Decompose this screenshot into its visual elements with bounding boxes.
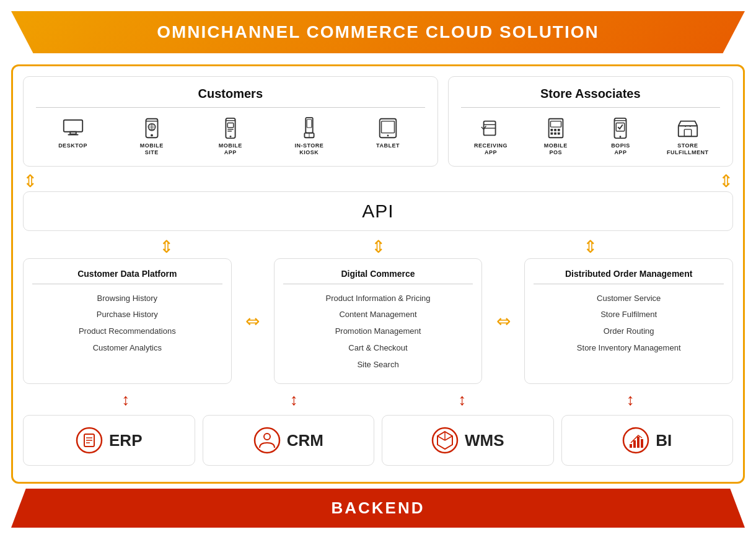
dom-item-4: Store Inventory Management	[534, 340, 724, 357]
svg-rect-9	[226, 118, 235, 138]
device-bopis-label: BOPISAPP	[611, 142, 630, 156]
systems-row: ERP CRM WMS	[23, 415, 733, 466]
device-receiving-label: RECEIVINGAPP	[474, 142, 508, 156]
dc-item-5: Site Search	[283, 357, 473, 373]
device-mobile-app-label: MOBILEAPP	[219, 142, 242, 156]
svg-point-4	[151, 134, 153, 137]
device-mobile-site-label: MOBILESITE	[140, 142, 164, 156]
desktop-icon	[61, 116, 85, 140]
system-crm: CRM	[203, 415, 375, 466]
svg-rect-54	[641, 439, 643, 448]
top-banner-title: OMNICHANNEL COMMERCE CLOUD SOLUTION	[157, 22, 599, 41]
red-arrow-erp: ↕	[121, 391, 130, 408]
main-container: Customers DESKTOP	[11, 64, 745, 484]
svg-rect-28	[550, 133, 553, 135]
tablet-icon	[376, 116, 400, 140]
backend-banner: BACKEND	[11, 489, 745, 528]
svg-rect-30	[558, 133, 560, 135]
device-receiving: RECEIVINGAPP	[472, 116, 509, 156]
arrow-row-1: ⇕ ⇕	[23, 173, 733, 190]
mpos-icon	[544, 116, 568, 140]
svg-line-48	[437, 436, 445, 440]
dom-card: Distributed Order Management Customer Se…	[524, 258, 733, 384]
arrow-row-2: ⇕ ⇕ ⇕	[23, 237, 733, 257]
arrow-store-down: ⇕	[719, 173, 733, 190]
h-arrow-left: ⇔	[245, 311, 260, 331]
crm-label: CRM	[287, 431, 323, 450]
system-bi: BI	[561, 415, 734, 466]
svg-rect-20	[382, 121, 395, 133]
svg-rect-52	[633, 440, 636, 448]
dom-item-3: Order Routing	[534, 323, 724, 340]
svg-rect-35	[679, 126, 697, 136]
cdp-item-2: Purchase History	[32, 307, 222, 323]
kiosk-icon	[297, 116, 321, 140]
system-erp: ERP	[23, 415, 195, 466]
svg-rect-12	[227, 123, 234, 128]
svg-rect-2	[68, 134, 78, 136]
customers-card: Customers DESKTOP	[23, 76, 438, 167]
dc-card: Digital Commerce Product Information & P…	[274, 258, 483, 384]
svg-line-49	[445, 436, 452, 440]
svg-rect-25	[550, 129, 553, 131]
bi-label: BI	[656, 431, 672, 450]
top-banner: OMNICHANNEL COMMERCE CLOUD SOLUTION	[11, 11, 745, 53]
svg-rect-27	[558, 129, 560, 131]
store-associates-card: Store Associates RECEIVINGAPP	[448, 76, 733, 167]
cdp-item-1: Browsing History	[32, 290, 222, 307]
cdp-title: Customer Data Platform	[32, 269, 222, 279]
dom-title: Distributed Order Management	[534, 269, 724, 279]
wms-icon	[431, 427, 459, 454]
svg-rect-24	[550, 121, 561, 128]
svg-rect-0	[63, 120, 82, 132]
page-container: OMNICHANNEL COMMERCE CLOUD SOLUTION Cust…	[0, 0, 756, 558]
svg-rect-16	[307, 120, 312, 128]
device-kiosk-label: IN-STOREKIOSK	[294, 142, 323, 156]
customers-devices: DESKTOP M	[36, 116, 425, 156]
store-associates-title: Store Associates	[461, 87, 720, 101]
mobile-app-icon	[219, 116, 242, 140]
device-bopis: BOPISAPP	[602, 116, 639, 156]
device-desktop-label: DESKTOP	[58, 142, 87, 149]
platform-connector-right: ⇔	[490, 258, 517, 384]
top-row: Customers DESKTOP	[23, 76, 733, 167]
svg-rect-29	[554, 133, 556, 135]
arrow-api-cdp: ⇕	[159, 238, 174, 256]
erp-label: ERP	[109, 431, 142, 450]
device-mpos: MOBILEPOS	[537, 116, 574, 156]
svg-point-10	[229, 136, 231, 137]
red-arrow-wms: ↕	[458, 391, 466, 408]
customers-title: Customers	[36, 87, 425, 101]
device-mobile-site: MOBILESITE	[133, 116, 170, 156]
dc-item-1: Product Information & Pricing	[283, 290, 473, 307]
wms-label: WMS	[465, 431, 504, 450]
mobile-site-icon	[140, 116, 164, 140]
cdp-item-3: Product Recommendations	[32, 323, 222, 340]
bi-icon	[622, 427, 649, 454]
device-mobile-app: MOBILEAPP	[212, 116, 249, 156]
receiving-icon	[479, 116, 503, 140]
device-store-fulfill: STOREFULFILLMENT	[667, 116, 709, 156]
crm-icon	[253, 427, 281, 454]
dc-item-4: Cart & Checkout	[283, 340, 473, 357]
device-tablet: TABLET	[369, 116, 407, 149]
red-arrow-bi: ↕	[626, 391, 635, 408]
red-arrow-row: ↕ ↕ ↕ ↕	[23, 390, 733, 409]
api-text: API	[362, 201, 393, 221]
svg-rect-53	[637, 437, 640, 448]
arrow-customers-down: ⇕	[23, 173, 37, 190]
store-fulfill-icon	[676, 116, 700, 140]
device-tablet-label: TABLET	[376, 142, 400, 149]
store-devices: RECEIVINGAPP	[461, 116, 720, 156]
dom-item-1: Customer Service	[534, 290, 724, 307]
cdp-items: Browsing History Purchase History Produc…	[32, 290, 222, 357]
dom-items: Customer Service Store Fulfilment Order …	[534, 290, 724, 357]
svg-rect-1	[70, 132, 76, 134]
device-kiosk: IN-STOREKIOSK	[291, 116, 328, 156]
svg-rect-36	[684, 129, 691, 136]
svg-rect-51	[630, 444, 632, 448]
arrow-api-dom: ⇕	[583, 238, 597, 256]
svg-point-21	[387, 134, 389, 136]
cdp-item-4: Customer Analytics	[32, 340, 222, 357]
arrow-api-dc: ⇕	[371, 238, 385, 256]
